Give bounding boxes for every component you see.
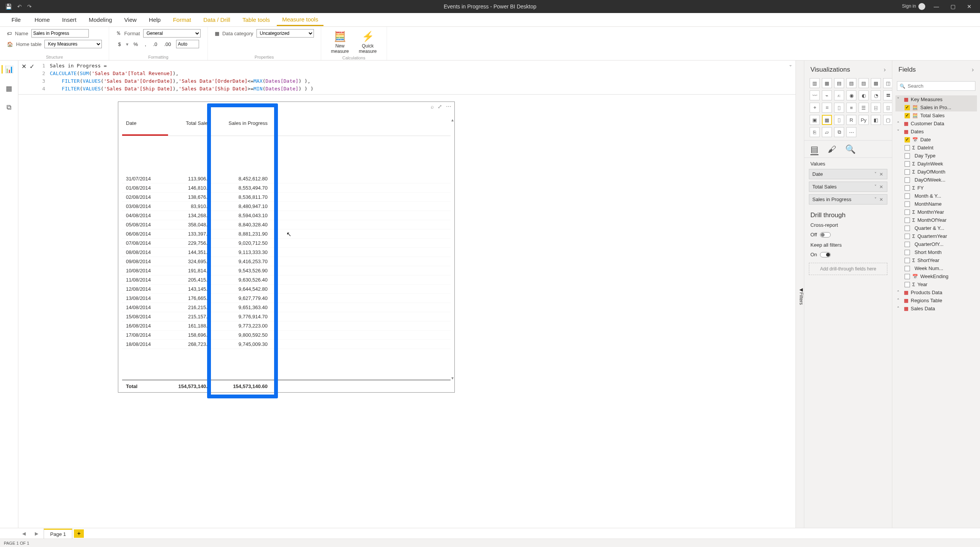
viz-type-icon[interactable]: ⌁ bbox=[822, 90, 832, 100]
viz-type-icon[interactable]: ▣ bbox=[810, 115, 820, 125]
viz-type-icon[interactable]: ▨ bbox=[859, 78, 869, 88]
table-node[interactable]: ˄▦Regions Table bbox=[895, 296, 977, 305]
scroll-down-icon[interactable]: ▾ bbox=[451, 375, 454, 381]
table-row[interactable]: 11/08/2014205,415.39,630,526.40 bbox=[122, 275, 451, 285]
field-node[interactable]: ΣYear bbox=[895, 280, 977, 288]
viz-type-icon[interactable]: ⎘ bbox=[810, 127, 820, 137]
value-well[interactable]: Total Sales˅ ✕ bbox=[809, 182, 887, 192]
close-button[interactable]: ✕ bbox=[964, 2, 975, 11]
tabletools-tab[interactable]: Table tools bbox=[237, 14, 275, 25]
name-input[interactable] bbox=[31, 29, 89, 38]
table-row[interactable]: 16/08/2014161,188.69,773,223.00 bbox=[122, 321, 451, 331]
viz-type-icon[interactable]: ⌗ bbox=[822, 103, 832, 113]
viz-type-icon[interactable]: ⌸ bbox=[871, 103, 881, 113]
field-checkbox[interactable] bbox=[905, 274, 910, 279]
dec-inc-button[interactable]: .0 bbox=[151, 40, 159, 48]
formula-commit-icon[interactable]: ✓ bbox=[29, 63, 34, 70]
col-sip[interactable]: Sales in Progress bbox=[214, 117, 271, 136]
keepfilters-toggle[interactable] bbox=[820, 252, 831, 257]
field-checkbox[interactable] bbox=[905, 153, 910, 159]
table-row[interactable]: 09/08/2014324,695.49,416,253.70 bbox=[122, 257, 451, 266]
format-tab[interactable]: Format bbox=[168, 14, 197, 25]
viz-type-icon[interactable]: ▦ bbox=[822, 78, 832, 88]
table-row[interactable]: 07/08/2014229,756.49,020,712.50 bbox=[122, 239, 451, 248]
field-node[interactable]: Day Type bbox=[895, 152, 977, 160]
formula-cancel-icon[interactable]: ✕ bbox=[21, 63, 26, 70]
viz-type-icon[interactable]: ☰ bbox=[859, 103, 869, 113]
table-row[interactable]: 14/08/2014216,215.79,651,363.40 bbox=[122, 303, 451, 312]
viz-type-icon[interactable]: ⋯ bbox=[846, 127, 856, 137]
field-checkbox[interactable] bbox=[905, 145, 910, 151]
viz-type-icon[interactable]: ⌷ bbox=[834, 115, 844, 125]
field-node[interactable]: Week Num... bbox=[895, 264, 977, 272]
field-node[interactable]: 🧮Sales in Pro... bbox=[895, 103, 977, 111]
filters-pane-collapsed[interactable]: ◀ Filters bbox=[795, 61, 804, 528]
decimals-input[interactable] bbox=[176, 40, 199, 48]
field-checkbox[interactable] bbox=[905, 193, 910, 199]
file-tab[interactable]: File bbox=[5, 14, 28, 25]
field-checkbox[interactable] bbox=[905, 113, 910, 118]
col-date[interactable]: Date bbox=[122, 117, 168, 136]
formula-editor[interactable]: 1Sales in Progress = 2CALCULATE( SUM( 'S… bbox=[38, 62, 314, 93]
table-row[interactable]: 12/08/2014143,145.59,644,542.80 bbox=[122, 285, 451, 294]
table-row[interactable]: 18/08/2014268,723.69,745,009.30 bbox=[122, 340, 451, 349]
field-node[interactable]: DayOfWeek... bbox=[895, 176, 977, 184]
table-node[interactable]: ˅▦Key Measures bbox=[895, 95, 977, 103]
field-checkbox[interactable] bbox=[905, 226, 910, 231]
field-node[interactable]: Short Month bbox=[895, 248, 977, 256]
datadrill-tab[interactable]: Data / Drill bbox=[198, 14, 235, 25]
viz-type-icon[interactable]: ▩ bbox=[871, 78, 881, 88]
field-checkbox[interactable] bbox=[905, 169, 910, 175]
field-node[interactable]: ΣQuarternYear bbox=[895, 232, 977, 240]
table-row[interactable]: 08/08/2014144,351.59,113,333.30 bbox=[122, 248, 451, 257]
viz-type-icon[interactable]: ▧ bbox=[846, 78, 856, 88]
field-node[interactable]: 📅Date bbox=[895, 136, 977, 144]
undo-icon[interactable]: ↶ bbox=[17, 3, 22, 10]
currency-button[interactable]: $ bbox=[116, 40, 122, 48]
comma-button[interactable]: , bbox=[143, 40, 148, 48]
field-node[interactable]: ΣMonthOfYear bbox=[895, 216, 977, 224]
fields-well-icon[interactable]: ▤ bbox=[810, 144, 818, 155]
field-node[interactable]: 🧮Total Sales bbox=[895, 111, 977, 120]
table-row[interactable]: 01/08/2014146,810.48,553,494.70 bbox=[122, 183, 451, 193]
table-row[interactable]: 17/08/2014158,696.29,800,592.50 bbox=[122, 331, 451, 340]
view-tab[interactable]: View bbox=[119, 14, 142, 25]
signin-link[interactable]: Sign in bbox=[902, 3, 925, 10]
table-node[interactable]: ˄▦Products Data bbox=[895, 288, 977, 296]
filter-icon[interactable]: ⌕ bbox=[431, 103, 434, 110]
value-well[interactable]: Date˅ ✕ bbox=[809, 169, 887, 179]
viz-type-icon[interactable]: R bbox=[846, 115, 856, 125]
focus-icon[interactable]: ⤢ bbox=[438, 103, 442, 110]
field-checkbox[interactable] bbox=[905, 242, 910, 247]
field-checkbox[interactable] bbox=[905, 218, 910, 223]
redo-icon[interactable]: ↷ bbox=[27, 3, 32, 10]
field-checkbox[interactable] bbox=[905, 282, 910, 287]
help-tab[interactable]: Help bbox=[144, 14, 166, 25]
table-node[interactable]: ˄▦Sales Data bbox=[895, 305, 977, 313]
viz-collapse-icon[interactable]: › bbox=[884, 66, 886, 74]
viz-type-icon[interactable]: ⧉ bbox=[834, 127, 844, 137]
field-node[interactable]: ΣMonthnYear bbox=[895, 208, 977, 216]
table-row[interactable]: 03/08/201483,910.88,480,947.10 bbox=[122, 202, 451, 211]
viz-type-icon[interactable]: 〰 bbox=[810, 90, 820, 100]
quick-measure-button[interactable]: ⚡ Quick measure bbox=[356, 29, 380, 56]
viz-type-icon[interactable]: ◧ bbox=[871, 115, 881, 125]
field-checkbox[interactable] bbox=[905, 177, 910, 183]
field-checkbox[interactable] bbox=[905, 105, 910, 110]
viz-type-icon[interactable]: ▱ bbox=[822, 127, 832, 137]
table-row[interactable]: 05/08/2014358,048.08,840,328.40 bbox=[122, 220, 451, 229]
field-node[interactable]: ΣDateInt bbox=[895, 144, 977, 152]
table-row[interactable]: 13/08/2014176,665.69,627,779.40 bbox=[122, 294, 451, 303]
field-node[interactable]: ΣShortYear bbox=[895, 256, 977, 264]
new-measure-button[interactable]: 🧮 New measure bbox=[328, 29, 352, 56]
table-row[interactable]: 15/08/2014215,157.19,776,914.70 bbox=[122, 312, 451, 321]
table-row[interactable]: 06/08/2014133,397.08,881,231.90 bbox=[122, 229, 451, 239]
field-node[interactable]: ΣDayInWeek bbox=[895, 160, 977, 168]
col-totalsales[interactable]: Total Sales bbox=[168, 117, 214, 136]
datacat-select[interactable]: Uncategorized bbox=[256, 29, 314, 38]
hometable-select[interactable]: Key Measures bbox=[44, 40, 102, 48]
dec-dec-button[interactable]: .00 bbox=[162, 40, 173, 48]
format-roller-icon[interactable]: 🖌 bbox=[828, 144, 836, 155]
minimize-button[interactable]: — bbox=[931, 2, 942, 11]
table-row[interactable]: 02/08/2014138,676.68,536,811.70 bbox=[122, 193, 451, 202]
